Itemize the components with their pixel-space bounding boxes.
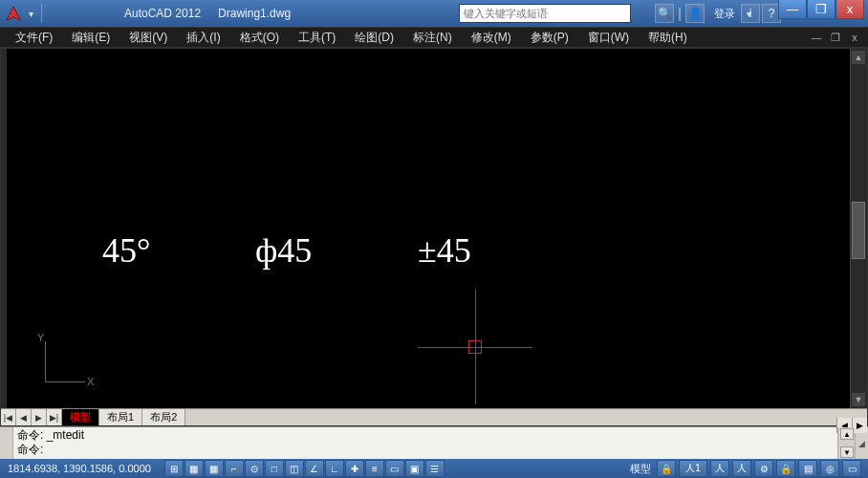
vertical-scrollbar-thumb[interactable] [852, 202, 865, 259]
menu-format[interactable]: 格式(O) [230, 28, 289, 48]
tab-nav-next[interactable]: ▶ [32, 409, 47, 425]
drawing-text-degree: 45° [102, 230, 150, 271]
title-sep: | [678, 6, 682, 21]
menu-help[interactable]: 帮助(H) [639, 28, 697, 48]
sb-lwt[interactable]: ≡ [365, 460, 384, 477]
sb-polar[interactable]: ⊙ [245, 460, 264, 477]
search-box[interactable] [459, 4, 631, 23]
menu-draw[interactable]: 绘图(D) [345, 28, 403, 48]
sb-dyn[interactable]: ✚ [345, 460, 364, 477]
sb-osnap[interactable]: □ [265, 460, 284, 477]
sb-isolate-icon[interactable]: ◎ [820, 460, 839, 477]
sb-3dosnap[interactable]: ◫ [285, 460, 304, 477]
ucs-y-label: Y [37, 332, 44, 343]
sb-otrack[interactable]: ∠ [305, 460, 324, 477]
command-line-area: 命令: _mtedit 命令: ▲ ▼ ◢ [0, 426, 868, 459]
menu-file[interactable]: 文件(F) [6, 28, 62, 48]
layout-tab-row: |◀ ◀ ▶ ▶| 模型 布局1 布局2 ◀ ▶ [1, 408, 867, 425]
tab-nav-prev[interactable]: ◀ [16, 409, 32, 425]
drawing-text-diameter: ф45 [255, 230, 312, 271]
command-line[interactable]: 命令: _mtedit 命令: [13, 427, 837, 459]
scroll-down-icon[interactable]: ▼ [852, 393, 865, 406]
cmd-scroll-up-icon[interactable]: ▲ [840, 428, 854, 440]
status-bar: 1814.6938, 1390.1586, 0.0000 ⊞ ▦ ▦ ⌐ ⊙ □… [0, 459, 868, 478]
status-toggle-group: ⊞ ▦ ▦ ⌐ ⊙ □ ◫ ∠ ∟ ✚ ≡ ▭ ▣ ☰ [164, 460, 445, 477]
signin-person-icon[interactable]: 👤 [685, 4, 705, 23]
sb-viewport-lock-icon[interactable]: 🔒 [657, 460, 676, 477]
title-right-group: 🔍 | 👤 登录 ▾ [655, 0, 753, 27]
drawing-area-wrap: 45° ф45 ±45 Y X ▲ ▼ |◀ ◀ ▶ ▶| 模型 布局1 布局2 [0, 48, 868, 426]
tab-nav-first[interactable]: |◀ [1, 409, 16, 425]
crosshair-pickbox [468, 340, 482, 354]
command-scrollbar[interactable]: ▲ ▼ [837, 427, 855, 459]
doc-window-controls: — ❐ x [809, 30, 862, 45]
menu-insert[interactable]: 插入(I) [177, 28, 229, 48]
status-right-group: 模型 🔒 人1 人 人 ⚙ 🔒 ▤ ◎ ▭ [630, 460, 862, 477]
tab-nav-last[interactable]: ▶| [47, 409, 62, 425]
search-submit-icon[interactable]: 🔍 [655, 4, 674, 23]
tab-layout1[interactable]: 布局1 [99, 409, 142, 425]
drawing-canvas[interactable]: 45° ф45 ±45 Y X [7, 49, 850, 408]
model-paper-toggle[interactable]: 模型 [630, 462, 651, 476]
command-prompt: 命令: [17, 443, 43, 456]
search-input[interactable] [460, 6, 630, 21]
sb-sc[interactable]: ☰ [425, 460, 445, 477]
doc-restore-button[interactable]: ❐ [828, 30, 843, 45]
doc-name: Drawing1.dwg [218, 7, 291, 20]
sb-cleanscreen-icon[interactable]: ▭ [842, 460, 861, 477]
sb-infer[interactable]: ⊞ [164, 460, 184, 477]
sb-tpy[interactable]: ▭ [385, 460, 404, 477]
menu-window[interactable]: 窗口(W) [578, 28, 639, 48]
drawing-text-plusminus: ±45 [418, 230, 471, 271]
title-bar: ▾ AutoCAD 2012 Drawing1.dwg 🔍 | 👤 登录 ▾ i… [0, 0, 868, 27]
vertical-scrollbar-track[interactable]: ▲ ▼ [850, 49, 867, 425]
menu-tools[interactable]: 工具(T) [289, 28, 345, 48]
app-icon[interactable] [0, 0, 27, 27]
sb-hardware-icon[interactable]: ▤ [798, 460, 817, 477]
sb-ortho[interactable]: ⌐ [225, 460, 244, 477]
command-history-line: 命令: _mtedit [17, 428, 84, 442]
menu-dim[interactable]: 标注(N) [403, 28, 462, 48]
menu-edit[interactable]: 编辑(E) [62, 28, 119, 48]
sb-grid[interactable]: ▦ [205, 460, 224, 477]
doc-close-button[interactable]: x [847, 30, 862, 45]
doc-minimize-button[interactable]: — [809, 30, 824, 45]
sb-annoscale[interactable]: 人1 [679, 460, 707, 477]
sb-snap[interactable]: ▦ [184, 460, 204, 477]
title-separator [41, 4, 42, 23]
minimize-button[interactable]: — [778, 0, 807, 19]
ucs-y-axis [45, 341, 46, 381]
sb-ducs[interactable]: ∟ [325, 460, 344, 477]
menu-view[interactable]: 视图(V) [119, 28, 177, 48]
sb-annovis[interactable]: 人 [732, 460, 751, 477]
tab-nav-buttons: |◀ ◀ ▶ ▶| [1, 409, 62, 425]
window-controls: — ❐ x [778, 0, 864, 19]
tab-model[interactable]: 模型 [62, 409, 99, 425]
app-name: AutoCAD 2012 [124, 7, 201, 20]
command-line-grip[interactable] [0, 427, 13, 459]
crosshair-h [418, 347, 532, 348]
sb-qp[interactable]: ▣ [405, 460, 424, 477]
sb-toolbar-lock-icon[interactable]: 🔒 [776, 460, 795, 477]
quickaccess-dropdown-icon[interactable]: ▾ [27, 9, 35, 19]
menu-modify[interactable]: 修改(M) [462, 28, 521, 48]
exchange-icon[interactable]: i [741, 4, 760, 23]
sb-annoautoscale[interactable]: 人 [710, 460, 729, 477]
tab-layout2[interactable]: 布局2 [142, 409, 185, 425]
crosshair-v [475, 290, 476, 404]
sb-workspace-icon[interactable]: ⚙ [754, 460, 773, 477]
ucs-x-axis [45, 381, 85, 382]
scroll-up-icon[interactable]: ▲ [852, 51, 865, 64]
ucs-x-label: X [87, 376, 94, 387]
maximize-button[interactable]: ❐ [807, 0, 835, 19]
menu-bar: 文件(F) 编辑(E) 视图(V) 插入(I) 格式(O) 工具(T) 绘图(D… [0, 27, 868, 48]
coordinate-readout[interactable]: 1814.6938, 1390.1586, 0.0000 [0, 463, 159, 474]
menu-param[interactable]: 参数(P) [521, 28, 578, 48]
signin-link[interactable]: 登录 [714, 7, 735, 21]
close-button[interactable]: x [835, 0, 864, 19]
cmd-scroll-down-icon[interactable]: ▼ [840, 446, 854, 458]
